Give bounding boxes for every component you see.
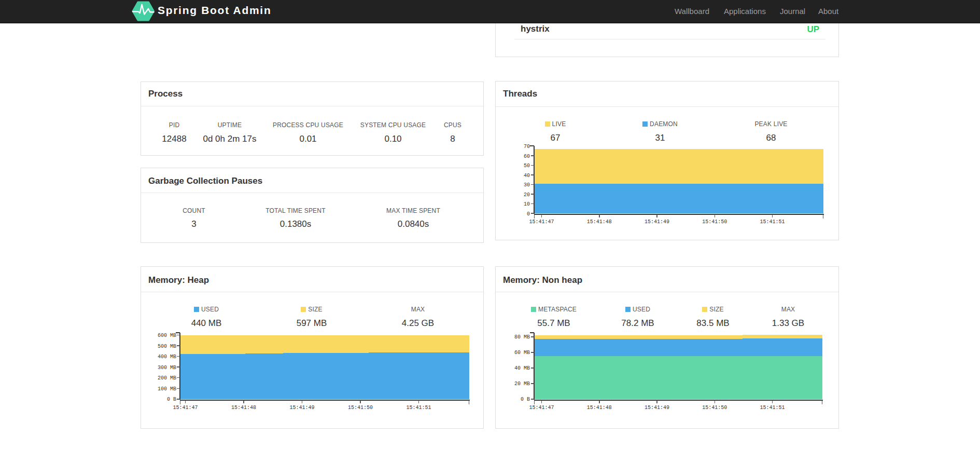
svg-text:500 MB: 500 MB (158, 344, 176, 349)
svg-text:100 MB: 100 MB (158, 386, 176, 392)
svg-text:400 MB: 400 MB (158, 354, 176, 360)
svg-text:15:41:49: 15:41:49 (645, 405, 669, 411)
svg-text:0 B: 0 B (167, 397, 176, 402)
svg-text:60 MB: 60 MB (514, 350, 530, 356)
svg-text:15:41:49: 15:41:49 (289, 405, 314, 411)
svg-text:15:41:51: 15:41:51 (406, 405, 431, 411)
svg-text:15:41:48: 15:41:48 (231, 405, 256, 411)
svg-text:50: 50 (524, 163, 530, 169)
svg-text:20: 20 (524, 192, 530, 198)
svg-text:15:41:47: 15:41:47 (529, 219, 554, 225)
svg-text:0 B: 0 B (521, 397, 530, 402)
svg-text:15:41:48: 15:41:48 (587, 219, 612, 225)
svg-text:15:41:51: 15:41:51 (760, 405, 785, 411)
svg-text:80 MB: 80 MB (514, 334, 530, 340)
svg-text:60: 60 (524, 154, 530, 159)
svg-text:15:41:48: 15:41:48 (587, 405, 612, 411)
svg-text:15:41:50: 15:41:50 (702, 405, 727, 411)
svg-text:30: 30 (524, 182, 530, 188)
svg-text:40: 40 (524, 173, 530, 179)
svg-text:200 MB: 200 MB (158, 375, 176, 381)
svg-text:300 MB: 300 MB (158, 365, 176, 371)
svg-text:15:41:50: 15:41:50 (348, 405, 373, 411)
svg-text:0: 0 (527, 211, 530, 217)
svg-text:600 MB: 600 MB (158, 333, 176, 338)
svg-text:10: 10 (524, 201, 530, 207)
svg-text:40 MB: 40 MB (514, 365, 530, 371)
svg-text:15:41:47: 15:41:47 (173, 405, 198, 411)
svg-text:20 MB: 20 MB (514, 381, 530, 387)
svg-text:15:41:47: 15:41:47 (529, 405, 554, 411)
svg-text:15:41:51: 15:41:51 (760, 219, 785, 225)
svg-text:70: 70 (524, 144, 530, 149)
svg-text:15:41:50: 15:41:50 (702, 219, 727, 225)
svg-text:15:41:49: 15:41:49 (645, 219, 669, 225)
